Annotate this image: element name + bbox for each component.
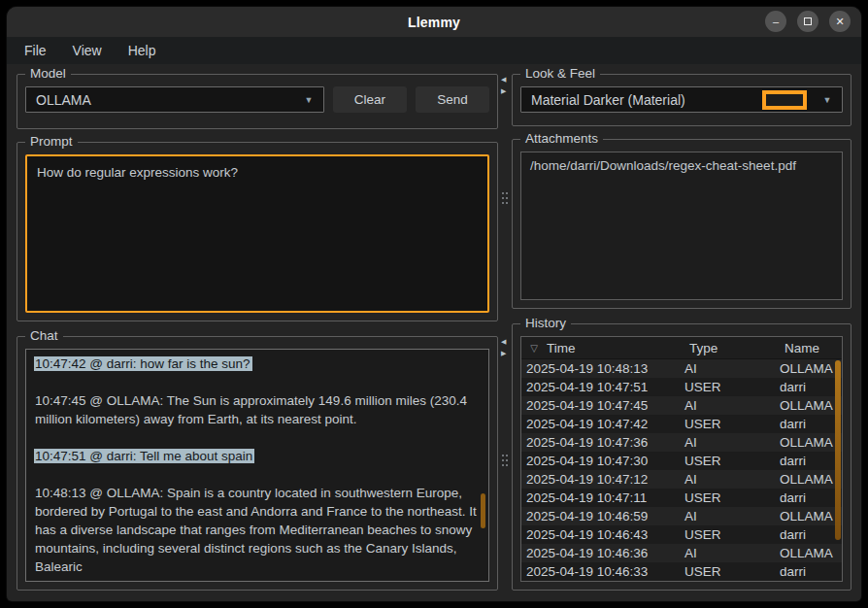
model-combobox[interactable]: OLLAMA ▼ — [25, 86, 324, 113]
table-row[interactable]: 2025-04-19 10:47:30 USER darri — [521, 452, 842, 470]
arrow-left-icon: ◀ — [501, 338, 506, 345]
close-icon: ✕ — [835, 17, 844, 27]
cell-type: AI — [684, 398, 780, 413]
cell-type: USER — [684, 454, 780, 468]
cell-type: USER — [684, 417, 780, 431]
look-and-feel-selected-value: Material Darker (Material) — [521, 92, 762, 108]
table-row[interactable]: 2025-04-19 10:46:43 USER darri — [521, 525, 842, 544]
chat-message-text: 10:47:42 @ darri: how far is the sun? — [35, 356, 250, 371]
prompt-group: Prompt How do regular expressions work? — [17, 142, 498, 321]
window-controls: – ✕ — [765, 11, 851, 32]
cell-time: 2025-04-19 10:46:36 — [521, 546, 684, 560]
prompt-input[interactable]: How do regular expressions work? — [25, 154, 489, 313]
splitter-grip-icon[interactable] — [502, 192, 504, 194]
chevron-down-icon: ▼ — [294, 95, 323, 105]
cell-name: darri — [780, 380, 842, 394]
cell-time: 2025-04-19 10:46:43 — [521, 527, 684, 542]
chat-scrollbar-thumb[interactable] — [481, 493, 485, 528]
chat-message-text: 10:47:51 @ darri: Tell me about spain — [35, 449, 252, 463]
cell-type: AI — [684, 509, 780, 524]
splitter-collapse-handle[interactable]: ◀ ▶ — [501, 76, 506, 94]
cell-name: darri — [780, 417, 842, 431]
cell-type: AI — [684, 435, 780, 450]
chat-message: 10:47:51 @ darri: Tell me about spain — [35, 447, 480, 465]
column-header-time[interactable]: Time — [547, 341, 689, 355]
cell-time: 2025-04-19 10:46:59 — [521, 509, 684, 524]
chat-log[interactable]: 10:47:42 @ darri: how far is the sun? 10… — [25, 349, 489, 582]
table-row[interactable]: 2025-04-19 10:46:36 AI OLLAMA — [521, 544, 842, 562]
table-row[interactable]: 2025-04-19 10:47:45 AI OLLAMA — [521, 396, 842, 415]
minimize-button[interactable]: – — [765, 11, 786, 32]
minimize-icon: – — [773, 17, 779, 27]
cell-time: 2025-04-19 10:47:45 — [521, 398, 684, 413]
menubar: File View Help — [7, 37, 861, 64]
left-panel: Model OLLAMA ▼ Clear Send Prompt How do … — [17, 64, 498, 591]
prompt-group-label: Prompt — [25, 134, 78, 149]
close-button[interactable]: ✕ — [829, 11, 851, 32]
history-table-body: 2025-04-19 10:48:13 AI OLLAMA 2025-04-19… — [521, 359, 842, 581]
column-header-name[interactable]: Name — [785, 341, 842, 355]
chevron-down-icon: ▼ — [813, 95, 842, 105]
cell-name: OLLAMA — [780, 435, 842, 450]
look-and-feel-combobox[interactable]: Material Darker (Material) ▼ — [520, 86, 843, 113]
cell-type: AI — [684, 546, 780, 560]
chat-message: 10:47:45 @ OLLAMA: The Sun is approximat… — [35, 391, 480, 428]
arrow-right-icon: ▶ — [501, 87, 506, 94]
cell-name: OLLAMA — [780, 361, 842, 376]
arrow-right-icon: ▶ — [501, 350, 506, 356]
window-title: Llemmy — [408, 15, 460, 30]
cell-name: darri — [780, 490, 842, 505]
cell-time: 2025-04-19 10:48:13 — [521, 361, 684, 376]
titlebar[interactable]: Llemmy – ✕ — [7, 7, 861, 37]
menu-file[interactable]: File — [24, 43, 47, 58]
arrow-left-icon: ◀ — [501, 76, 506, 83]
look-and-feel-group-label: Look & Feel — [520, 66, 600, 81]
table-row[interactable]: 2025-04-19 10:46:33 USER darri — [521, 562, 842, 581]
history-table-header[interactable]: ▽ Time Type Name — [521, 337, 842, 359]
table-row[interactable]: 2025-04-19 10:46:59 AI OLLAMA — [521, 507, 842, 525]
attachments-group-label: Attachments — [520, 131, 603, 146]
cell-time: 2025-04-19 10:47:30 — [521, 454, 684, 468]
cell-time: 2025-04-19 10:47:36 — [521, 435, 684, 450]
model-group: Model OLLAMA ▼ Clear Send — [17, 74, 498, 129]
desktop-background: Llemmy – ✕ File View Help Model OLLAMA ▼ — [0, 0, 868, 608]
attachments-list[interactable]: /home/darri/Downloads/regex-cheat-sheet.… — [520, 152, 843, 300]
chat-message: 10:47:42 @ darri: how far is the sun? — [35, 355, 480, 373]
table-row[interactable]: 2025-04-19 10:47:51 USER darri — [521, 378, 842, 396]
cell-time: 2025-04-19 10:47:42 — [521, 417, 684, 431]
chat-group-label: Chat — [25, 328, 63, 343]
history-group-label: History — [520, 316, 571, 330]
main-content: Model OLLAMA ▼ Clear Send Prompt How do … — [7, 64, 861, 601]
table-row[interactable]: 2025-04-19 10:48:13 AI OLLAMA — [521, 359, 842, 378]
cell-time: 2025-04-19 10:47:12 — [521, 472, 684, 487]
send-button[interactable]: Send — [416, 86, 489, 113]
splitter-collapse-handle[interactable]: ◀ ▶ — [501, 338, 506, 356]
menu-help[interactable]: Help — [128, 43, 156, 58]
cell-type: AI — [684, 361, 780, 376]
sort-descending-icon: ▽ — [521, 343, 547, 354]
table-row[interactable]: 2025-04-19 10:47:36 AI OLLAMA — [521, 433, 842, 452]
chat-message: 10:48:13 @ OLLAMA: Spain is a country lo… — [35, 484, 480, 576]
cell-name: darri — [780, 454, 842, 468]
maximize-icon — [804, 17, 812, 25]
table-row[interactable]: 2025-04-19 10:47:42 USER darri — [521, 415, 842, 433]
chat-message-text: 10:48:13 @ OLLAMA: Spain is a country lo… — [35, 486, 477, 574]
cell-type: AI — [684, 472, 780, 487]
attachment-item[interactable]: /home/darri/Downloads/regex-cheat-sheet.… — [521, 156, 842, 175]
table-row[interactable]: 2025-04-19 10:47:11 USER darri — [521, 489, 842, 507]
maximize-button[interactable] — [797, 11, 818, 32]
cell-type: USER — [684, 527, 780, 542]
column-header-type[interactable]: Type — [689, 341, 785, 355]
history-scrollbar-thumb[interactable] — [835, 360, 841, 540]
attachments-group: Attachments /home/darri/Downloads/regex-… — [512, 139, 851, 309]
cell-name: darri — [780, 527, 842, 542]
right-panel: Look & Feel Material Darker (Material) ▼… — [512, 64, 851, 591]
table-row[interactable]: 2025-04-19 10:47:12 AI OLLAMA — [521, 470, 842, 489]
clear-button[interactable]: Clear — [333, 86, 407, 113]
menu-view[interactable]: View — [73, 43, 102, 58]
history-table: ▽ Time Type Name 2025-04-19 10:48:13 AI — [520, 336, 843, 582]
panel-splitter[interactable]: ◀ ▶ ◀ ▶ — [498, 64, 512, 591]
history-group: History ▽ Time Type Name 2025-0 — [512, 323, 851, 591]
theme-color-swatch — [762, 90, 807, 110]
splitter-grip-icon[interactable] — [502, 455, 504, 456]
